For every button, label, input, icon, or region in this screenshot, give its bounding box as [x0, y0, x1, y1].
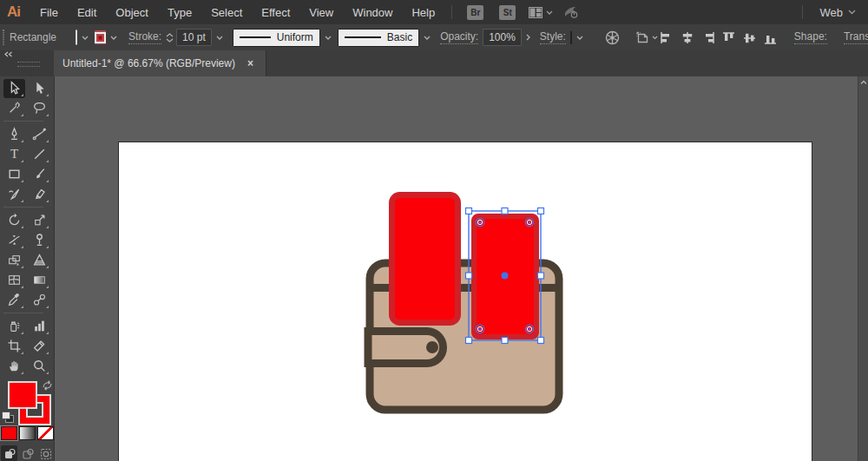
gradient-button[interactable] [19, 426, 36, 440]
opacity-panel-link[interactable]: Opacity: [440, 30, 478, 44]
blend-tool[interactable] [29, 291, 50, 310]
toolbar-panel-header [0, 50, 54, 76]
variable-width-profile-dropdown[interactable]: Uniform [233, 29, 320, 47]
perspective-grid-tool[interactable] [29, 251, 50, 270]
scale-tool[interactable] [29, 211, 50, 230]
horizontal-align-left-icon[interactable] [660, 31, 673, 44]
opacity-field[interactable]: 100% [483, 29, 522, 46]
chevron-down-icon[interactable] [574, 34, 586, 42]
horizontal-align-right-icon[interactable] [701, 31, 714, 44]
hand-tool[interactable] [3, 357, 25, 376]
chevron-down-icon[interactable] [214, 34, 226, 42]
menu-item-edit[interactable]: Edit [68, 0, 106, 24]
menu-items: FileEditObjectTypeSelectEffectViewWindow… [30, 0, 444, 24]
panel-grip[interactable] [3, 30, 4, 45]
magic-wand-tool[interactable] [3, 99, 25, 118]
menu-item-object[interactable]: Object [106, 0, 158, 24]
selection-tool[interactable] [3, 79, 25, 98]
brush-preview [345, 36, 381, 38]
stroke-weight-field[interactable]: 10 pt [176, 29, 212, 46]
menu-item-select[interactable]: Select [201, 0, 252, 24]
tool-row [3, 164, 50, 184]
vertical-scrollbar[interactable] [858, 76, 868, 461]
scroll-up-icon[interactable] [860, 76, 867, 461]
brush-definition-dropdown[interactable]: Basic [338, 29, 419, 47]
draw-behind-button[interactable] [19, 445, 36, 461]
symbol-sprayer-tool[interactable] [3, 317, 25, 336]
curvature-tool[interactable] [29, 125, 50, 144]
puppet-warp-tool[interactable] [29, 231, 50, 250]
chevron-down-icon[interactable] [108, 34, 120, 42]
lasso-tool[interactable] [29, 99, 50, 118]
bridge-button[interactable]: Br [467, 5, 483, 20]
workspace-label: Web [820, 6, 844, 19]
paintbrush-tool[interactable] [29, 165, 50, 184]
chevron-down-icon[interactable] [421, 34, 433, 42]
stock-button[interactable]: St [499, 5, 516, 20]
type-tool[interactable]: T [3, 145, 25, 164]
vertical-align-top-icon[interactable] [722, 31, 735, 44]
close-icon[interactable]: × [244, 56, 257, 70]
chevron-down-icon[interactable] [79, 34, 91, 42]
menu-item-window[interactable]: Window [343, 0, 402, 24]
menu-item-file[interactable]: File [30, 0, 68, 24]
none-button[interactable] [37, 426, 54, 440]
chevron-down-icon[interactable] [322, 34, 334, 42]
slice-tool[interactable] [29, 337, 50, 356]
mesh-tool[interactable] [3, 271, 25, 290]
rectangle-tool[interactable] [3, 165, 25, 184]
stroke-color-swatch[interactable] [95, 30, 106, 44]
menu-item-help[interactable]: Help [402, 0, 444, 24]
tool-row [3, 124, 50, 144]
color-button[interactable] [1, 426, 17, 440]
menu-item-effect[interactable]: Effect [252, 0, 299, 24]
shape-panel-link[interactable]: Shape: [794, 30, 827, 44]
default-fill-stroke-icon[interactable] [2, 412, 14, 423]
tool-row [3, 356, 50, 376]
rotate-tool[interactable] [3, 211, 25, 230]
style-panel-link[interactable]: Style: [540, 30, 566, 44]
pen-tool[interactable] [3, 125, 25, 144]
divider [3, 313, 43, 313]
fill-proxy-swatch[interactable] [8, 381, 37, 409]
fill-color-swatch[interactable] [76, 30, 77, 45]
vertical-align-bottom-icon[interactable] [764, 31, 777, 44]
vertical-align-center-icon[interactable] [743, 31, 756, 44]
horizontal-align-center-icon[interactable] [681, 31, 694, 44]
fill-stroke-cluster [0, 380, 54, 423]
menu-item-view[interactable]: View [299, 0, 343, 24]
graphic-style-swatch[interactable] [570, 30, 572, 45]
collapse-panel-icon[interactable] [3, 51, 13, 57]
document-setup-icon[interactable] [635, 30, 658, 44]
artboard[interactable] [118, 142, 812, 461]
recolor-artwork-icon[interactable] [605, 30, 620, 45]
arrange-documents-icon[interactable] [529, 7, 553, 18]
artboard-tool[interactable] [3, 337, 25, 356]
eyedropper-tool[interactable] [3, 291, 25, 310]
workspace-switcher[interactable]: Web [810, 6, 868, 19]
tool-row [3, 78, 50, 98]
menu-item-type[interactable]: Type [158, 0, 201, 24]
document-tab[interactable]: Untitled-1* @ 66.67% (RGB/Preview) × [54, 50, 266, 76]
eraser-tool[interactable] [29, 185, 50, 204]
shape-builder-tool[interactable] [3, 251, 25, 270]
stroke-weight-stepper[interactable] [166, 33, 174, 43]
share-icon[interactable] [563, 5, 579, 19]
line-segment-tool[interactable] [29, 145, 50, 164]
direct-selection-tool[interactable] [29, 79, 50, 98]
app-logo: Ai [0, 3, 30, 21]
transform-panel-link[interactable]: Transform [844, 30, 868, 44]
document-tab-bar: Untitled-1* @ 66.67% (RGB/Preview) × [0, 50, 868, 77]
swap-fill-stroke-icon[interactable] [42, 380, 53, 391]
draw-normal-button[interactable] [1, 445, 17, 461]
canvas[interactable] [55, 76, 868, 461]
gradient-tool[interactable] [29, 271, 50, 290]
width-tool[interactable] [3, 231, 25, 250]
stroke-panel-link[interactable]: Stroke: [128, 30, 161, 44]
zoom-tool[interactable] [29, 357, 50, 376]
shaper-tool[interactable] [3, 185, 25, 204]
column-graph-tool[interactable] [29, 317, 50, 336]
panel-grip[interactable] [17, 62, 40, 67]
chevron-right-icon[interactable] [523, 34, 533, 41]
draw-inside-button[interactable] [37, 445, 54, 461]
